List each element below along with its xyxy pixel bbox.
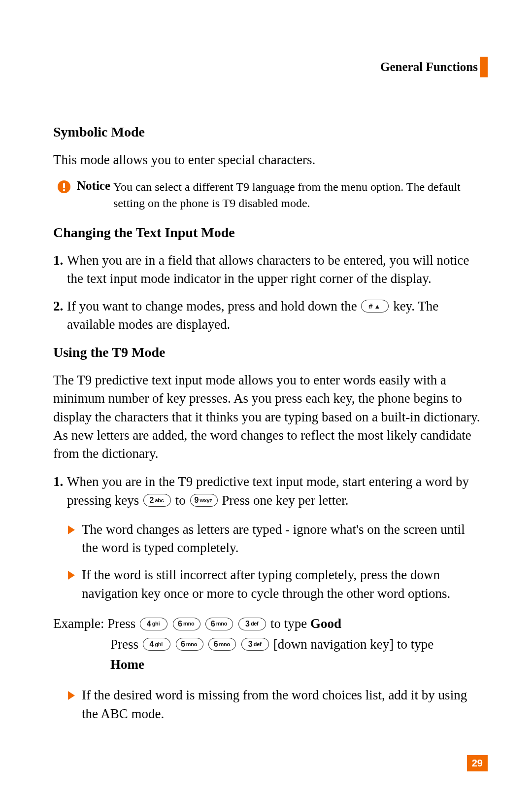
t9-intro: The T9 predictive text input mode allows…: [53, 371, 481, 463]
changing-item-1-text: When you are in a field that allows char…: [67, 253, 469, 286]
hash-key-icon: #▲: [361, 300, 389, 313]
key-6mno-icon: 6mno: [208, 638, 236, 651]
t9-bullet-3: If the desired word is missing from the …: [67, 686, 481, 723]
notice-label: Notice: [77, 179, 110, 193]
example-line1-pre: Press: [104, 616, 139, 631]
t9-item-1-mid: to: [172, 493, 189, 508]
triangle-bullet-icon: [68, 525, 75, 534]
changing-item-2: 2. If you want to change modes, press an…: [53, 297, 481, 334]
key-4ghi-icon: 4ghi: [143, 638, 170, 651]
notice-block: Notice You can select a different T9 lan…: [57, 179, 481, 211]
t9-mode-heading: Using the T9 Mode: [53, 345, 481, 360]
changing-mode-list: 1. When you are in a field that allows c…: [53, 251, 481, 334]
key-9wxyz-icon: 9wxyz: [190, 494, 218, 507]
key-6mno-icon: 6mno: [173, 618, 200, 630]
t9-item-1-post: Press one key per letter.: [219, 493, 349, 508]
key-3def-icon: 3def: [241, 638, 269, 651]
key-3def-icon: 3def: [238, 618, 266, 630]
key-6mno-icon: 6mno: [205, 618, 233, 630]
t9-final-bullet-list: If the desired word is missing from the …: [67, 686, 481, 723]
svg-rect-1: [63, 183, 65, 188]
triangle-bullet-icon: [68, 691, 75, 700]
key-2abc-icon: 2abc: [143, 494, 171, 507]
key-6mno-icon: 6mno: [176, 638, 203, 651]
svg-point-2: [63, 189, 65, 191]
example-word-home: Home: [110, 657, 144, 672]
example-line1-mid: to type: [267, 616, 310, 631]
example-line2-pre: Press: [110, 637, 142, 652]
notice-icon: [57, 180, 71, 196]
triangle-bullet-icon: [68, 571, 75, 580]
key-4ghi-icon: 4ghi: [140, 618, 167, 630]
symbolic-mode-heading: Symbolic Mode: [53, 124, 481, 140]
page-content: Symbolic Mode This mode allows you to en…: [53, 124, 481, 732]
example-block: Example: Press 4ghi 6mno 6mno 3def to ty…: [53, 614, 481, 676]
t9-sublist: The word changes as letters are typed - …: [67, 521, 481, 603]
notice-text: You can select a different T9 language f…: [113, 179, 481, 211]
header-accent-mark: [480, 57, 488, 77]
header-title: General Functions: [380, 60, 478, 74]
t9-bullet-2: If the word is still incorrect after typ…: [67, 566, 481, 603]
t9-bullet-1: The word changes as letters are typed - …: [67, 521, 481, 557]
changing-item-2-pre: If you want to change modes, press and h…: [67, 299, 360, 313]
example-label: Example:: [53, 616, 104, 631]
page-number: 29: [467, 755, 488, 771]
changing-mode-heading: Changing the Text Input Mode: [53, 225, 481, 241]
example-word-good: Good: [310, 616, 341, 631]
symbolic-mode-body: This mode allows you to enter special ch…: [53, 151, 481, 169]
example-line2-post: [down navigation key] to type: [270, 637, 433, 652]
t9-list: 1. When you are in the T9 predictive tex…: [53, 473, 481, 603]
page-header: General Functions: [380, 57, 488, 77]
changing-item-1: 1. When you are in a field that allows c…: [53, 251, 481, 288]
t9-item-1: 1. When you are in the T9 predictive tex…: [53, 473, 481, 603]
